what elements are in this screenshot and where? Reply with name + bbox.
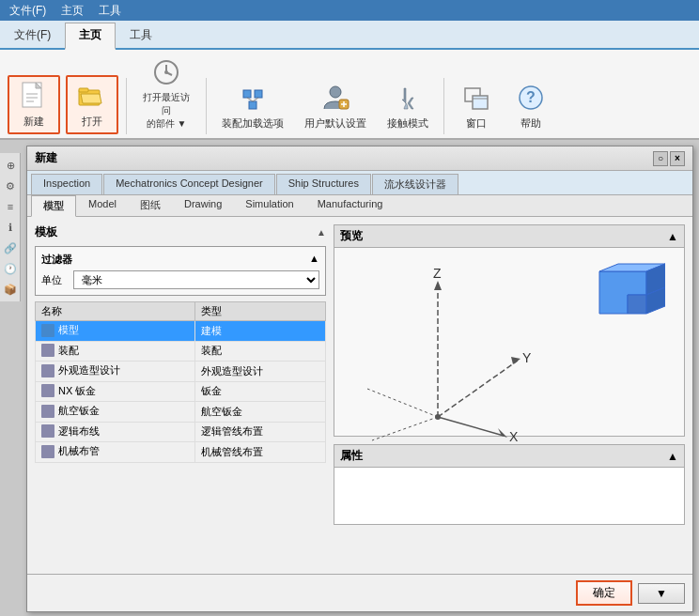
menu-bar: 文件(F) 主页 工具 xyxy=(0,0,699,21)
sub-tab-bar: 模型 Model 图纸 Drawing Simulation Manufactu… xyxy=(27,195,692,217)
template-collapse-btn[interactable]: ▲ xyxy=(317,227,326,238)
left-icon-box[interactable]: 📦 xyxy=(2,281,19,298)
help-icon: ? xyxy=(514,83,548,116)
dialog-close-btn[interactable]: × xyxy=(670,151,685,166)
table-row[interactable]: 航空钣金 航空钣金 xyxy=(36,402,326,423)
svg-line-35 xyxy=(367,389,438,417)
tab-home[interactable]: 主页 xyxy=(65,23,116,50)
row-name-cell: 逻辑布线 xyxy=(36,422,195,442)
menu-tools[interactable]: 工具 xyxy=(93,2,127,20)
row-type-cell: 钣金 xyxy=(195,381,326,402)
unit-label: 单位 xyxy=(41,273,68,287)
left-icon-info[interactable]: ℹ xyxy=(2,219,19,236)
filter-row-unit: 单位 毫米 英寸 xyxy=(41,270,319,289)
svg-marker-40 xyxy=(628,295,646,314)
preview-area: Z Y X xyxy=(334,248,684,436)
exterior-cube-icon xyxy=(41,364,54,377)
window-button[interactable]: 窗口 xyxy=(452,79,501,134)
row-type-cell: 外观造型设计 xyxy=(195,362,326,382)
tab-inspection[interactable]: Inspection xyxy=(31,174,102,194)
svg-point-16 xyxy=(330,86,341,98)
left-icon-list[interactable]: ≡ xyxy=(2,198,19,215)
left-panel: ⊕ ⚙ ≡ ℹ 🔗 🕐 📦 xyxy=(0,153,21,301)
preview-section: 预览 ▲ Z Y xyxy=(334,224,685,437)
table-row[interactable]: 装配 装配 xyxy=(36,341,326,362)
window-label: 窗口 xyxy=(466,116,487,131)
more-btn[interactable]: ▼ xyxy=(638,583,685,604)
table-row[interactable]: 逻辑布线 逻辑管线布置 xyxy=(36,422,326,442)
recent-button[interactable]: 打开最近访问的部件 ▼ xyxy=(134,54,198,134)
sub-tab-model-en[interactable]: Model xyxy=(77,195,128,216)
user-defaults-button[interactable]: 用户默认设置 xyxy=(297,79,374,134)
table-row[interactable]: 外观造型设计 外观造型设计 xyxy=(36,362,326,382)
tab-mechatronics[interactable]: Mechatronics Concept Designer xyxy=(103,174,275,194)
logic-wire-cube-icon xyxy=(41,424,54,438)
row-name-cell: 模型 xyxy=(36,321,195,342)
open-button[interactable]: 打开 xyxy=(66,75,118,134)
unit-select[interactable]: 毫米 英寸 xyxy=(73,270,319,289)
ribbon-divider-3 xyxy=(443,78,444,134)
row-type-cell: 建模 xyxy=(195,321,326,342)
svg-rect-13 xyxy=(249,101,256,109)
properties-section: 属性 ▲ xyxy=(334,444,685,525)
svg-marker-32 xyxy=(498,428,507,438)
row-name-cell: 外观造型设计 xyxy=(36,362,195,382)
svg-line-28 xyxy=(438,361,518,417)
new-label: 新建 xyxy=(23,115,44,129)
svg-line-31 xyxy=(438,417,504,436)
properties-area xyxy=(334,468,684,524)
tab-tools[interactable]: 工具 xyxy=(116,23,166,48)
svg-rect-6 xyxy=(79,88,88,92)
menu-home[interactable]: 主页 xyxy=(55,2,89,20)
recent-label: 打开最近访问的部件 ▼ xyxy=(142,91,191,131)
svg-marker-29 xyxy=(511,357,520,364)
svg-point-10 xyxy=(164,70,168,74)
dialog-title-text: 新建 xyxy=(35,150,57,166)
row-name-cell: 航空钣金 xyxy=(36,402,195,423)
filter-collapse-btn[interactable]: ▲ xyxy=(309,253,319,267)
row-model-icon-name: 模型 xyxy=(41,323,79,337)
row-name-cell: NX 钣金 xyxy=(36,381,195,402)
open-label: 打开 xyxy=(82,115,102,129)
row-assembly-icon-name: 装配 xyxy=(41,344,79,358)
sub-tab-model-cn[interactable]: 模型 xyxy=(31,195,76,217)
tab-file[interactable]: 文件(F) xyxy=(0,23,65,48)
sub-tab-simulation[interactable]: Simulation xyxy=(234,195,304,216)
touch-icon xyxy=(391,83,425,116)
col-name: 名称 xyxy=(36,302,195,321)
touch-button[interactable]: 接触模式 xyxy=(380,79,436,134)
left-icon-link[interactable]: 🔗 xyxy=(2,239,19,256)
left-icon-1[interactable]: ⊕ xyxy=(2,157,19,174)
recent-icon xyxy=(149,57,183,91)
svg-rect-21 xyxy=(473,96,488,109)
svg-line-14 xyxy=(247,98,253,101)
left-icon-time[interactable]: 🕐 xyxy=(2,260,19,277)
svg-rect-12 xyxy=(255,90,262,98)
ribbon-tab-bar: 文件(F) 主页 工具 xyxy=(0,21,699,50)
sub-tab-drawing-en[interactable]: Drawing xyxy=(173,195,233,216)
left-icon-gear[interactable]: ⚙ xyxy=(2,177,19,194)
table-row[interactable]: 机械布管 机械管线布置 xyxy=(36,442,326,463)
svg-line-15 xyxy=(253,98,258,101)
help-button[interactable]: ? 帮助 xyxy=(506,79,555,134)
properties-collapse-btn[interactable]: ▲ xyxy=(667,450,678,463)
svg-line-34 xyxy=(372,417,438,440)
tab-ship[interactable]: Ship Structures xyxy=(276,174,371,194)
table-row[interactable]: 模型 建模 xyxy=(36,321,326,342)
sub-tab-drawing-cn[interactable]: 图纸 xyxy=(129,195,172,216)
menu-file[interactable]: 文件(F) xyxy=(4,2,52,20)
dialog-restore-btn[interactable]: ○ xyxy=(653,151,668,166)
ribbon-divider-2 xyxy=(206,78,207,134)
new-button[interactable]: 新建 xyxy=(8,75,60,134)
template-panel: 模板 ▲ 过滤器 ▲ 单位 毫米 英寸 xyxy=(35,224,326,566)
mech-pipe-cube-icon xyxy=(41,445,54,458)
new-dialog: 新建 ○ × Inspection Mechatronics Concept D… xyxy=(26,146,693,612)
preview-collapse-btn[interactable]: ▲ xyxy=(667,230,678,243)
assembly-button[interactable]: 装配加载选项 xyxy=(214,79,291,134)
table-row[interactable]: NX 钣金 钣金 xyxy=(36,381,326,402)
sub-tab-manufacturing[interactable]: Manufacturing xyxy=(306,195,395,216)
ribbon-content: 新建 打开 打开最 xyxy=(0,50,699,139)
confirm-button[interactable]: 确定 xyxy=(576,580,632,606)
row-type-cell: 逻辑管线布置 xyxy=(195,422,326,442)
tab-liushui[interactable]: 流水线设计器 xyxy=(372,174,458,194)
